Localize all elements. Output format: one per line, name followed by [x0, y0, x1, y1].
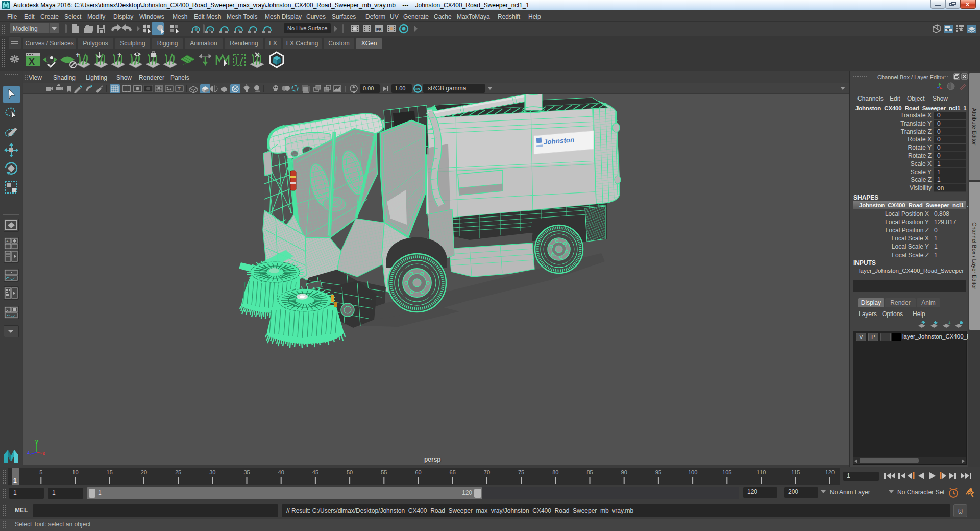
svg-text:10: 10 — [72, 469, 78, 475]
svg-text:45: 45 — [312, 469, 318, 475]
svg-text:65: 65 — [450, 469, 456, 475]
svg-text:X: X — [29, 57, 35, 67]
svg-text:T: T — [178, 86, 181, 91]
svg-text:100: 100 — [688, 469, 697, 475]
svg-text:80: 80 — [552, 469, 558, 475]
svg-text:90: 90 — [621, 469, 627, 475]
svg-text:55: 55 — [381, 469, 387, 475]
svg-text:IPR: IPR — [376, 28, 382, 31]
svg-text:70: 70 — [484, 469, 490, 475]
svg-text:85: 85 — [586, 469, 593, 475]
svg-text:25: 25 — [175, 469, 181, 475]
svg-text:105: 105 — [722, 469, 731, 475]
svg-text:110: 110 — [757, 469, 766, 475]
svg-text:20: 20 — [141, 469, 147, 475]
svg-text:+: + — [6, 239, 9, 244]
svg-text:50: 50 — [347, 469, 353, 475]
svg-text:30: 30 — [209, 469, 215, 475]
svg-text:95: 95 — [655, 469, 662, 475]
svg-text:75: 75 — [518, 469, 524, 475]
svg-text:+: + — [76, 51, 80, 59]
svg-text:5: 5 — [39, 469, 42, 475]
svg-text:ON: ON — [415, 87, 420, 91]
svg-text:35: 35 — [243, 469, 250, 475]
svg-text:120: 120 — [825, 469, 835, 475]
svg-text:15: 15 — [107, 469, 113, 475]
svg-text:+: + — [117, 51, 121, 59]
svg-text:40: 40 — [278, 469, 284, 475]
svg-text:60: 60 — [415, 469, 421, 475]
svg-text:+: + — [948, 321, 951, 326]
svg-text:1: 1 — [13, 477, 17, 485]
svg-text:115: 115 — [791, 469, 800, 475]
